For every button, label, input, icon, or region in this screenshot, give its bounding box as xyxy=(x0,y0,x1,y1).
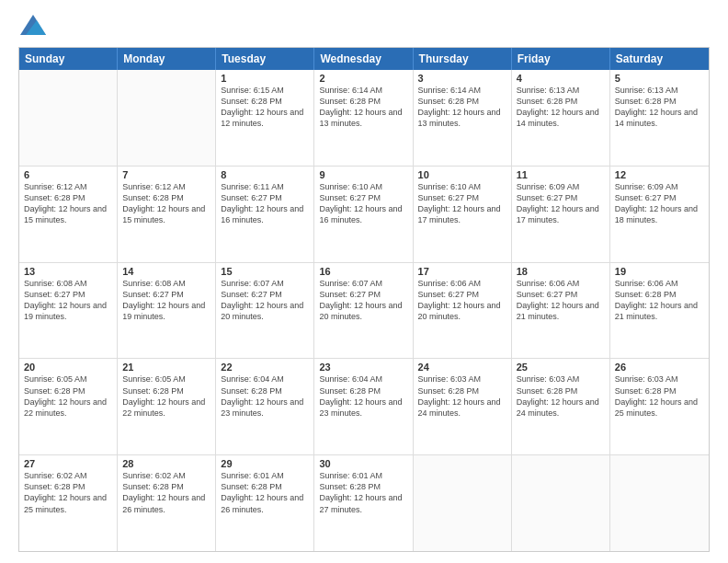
day-number: 19 xyxy=(615,266,704,277)
cal-header-sunday: Sunday xyxy=(19,48,118,70)
cal-cell: 3Sunrise: 6:14 AMSunset: 6:28 PMDaylight… xyxy=(414,70,512,166)
cal-cell: 22Sunrise: 6:04 AMSunset: 6:28 PMDayligh… xyxy=(216,359,314,454)
cal-cell: 21Sunrise: 6:05 AMSunset: 6:28 PMDayligh… xyxy=(118,359,216,454)
cal-cell: 4Sunrise: 6:13 AMSunset: 6:28 PMDaylight… xyxy=(512,70,610,166)
cell-info: Sunrise: 6:11 AMSunset: 6:27 PMDaylight:… xyxy=(221,181,309,226)
day-number: 24 xyxy=(418,362,506,373)
day-number: 2 xyxy=(319,73,407,84)
logo-icon xyxy=(20,15,46,35)
cal-cell: 26Sunrise: 6:03 AMSunset: 6:28 PMDayligh… xyxy=(610,359,709,454)
logo xyxy=(18,15,46,40)
cal-cell: 18Sunrise: 6:06 AMSunset: 6:27 PMDayligh… xyxy=(512,263,610,359)
cal-cell: 19Sunrise: 6:06 AMSunset: 6:28 PMDayligh… xyxy=(610,263,709,359)
day-number: 10 xyxy=(418,169,506,180)
cal-header-monday: Monday xyxy=(118,48,216,70)
cell-info: Sunrise: 6:10 AMSunset: 6:27 PMDaylight:… xyxy=(418,181,506,226)
cell-info: Sunrise: 6:06 AMSunset: 6:27 PMDaylight:… xyxy=(418,278,506,323)
cal-week-2: 6Sunrise: 6:12 AMSunset: 6:28 PMDaylight… xyxy=(19,167,709,263)
cal-week-3: 13Sunrise: 6:08 AMSunset: 6:27 PMDayligh… xyxy=(19,263,709,360)
day-number: 18 xyxy=(517,266,605,277)
cell-info: Sunrise: 6:05 AMSunset: 6:28 PMDaylight:… xyxy=(24,373,112,419)
day-number: 5 xyxy=(615,73,704,84)
page: SundayMondayTuesdayWednesdayThursdayFrid… xyxy=(0,0,728,563)
cell-info: Sunrise: 6:03 AMSunset: 6:28 PMDaylight:… xyxy=(418,373,506,419)
cell-info: Sunrise: 6:14 AMSunset: 6:28 PMDaylight:… xyxy=(418,85,506,130)
day-number: 20 xyxy=(24,362,112,373)
cell-info: Sunrise: 6:02 AMSunset: 6:28 PMDaylight:… xyxy=(122,470,210,515)
day-number: 12 xyxy=(615,169,704,180)
day-number: 27 xyxy=(24,458,112,469)
cell-info: Sunrise: 6:08 AMSunset: 6:27 PMDaylight:… xyxy=(122,278,210,323)
cell-info: Sunrise: 6:01 AMSunset: 6:28 PMDaylight:… xyxy=(319,470,407,515)
cell-info: Sunrise: 6:05 AMSunset: 6:28 PMDaylight:… xyxy=(122,373,210,419)
cell-info: Sunrise: 6:04 AMSunset: 6:28 PMDaylight:… xyxy=(221,373,309,419)
cal-week-4: 20Sunrise: 6:05 AMSunset: 6:28 PMDayligh… xyxy=(19,359,709,455)
day-number: 4 xyxy=(517,73,605,84)
cal-cell xyxy=(118,70,216,166)
day-number: 3 xyxy=(418,73,506,84)
day-number: 16 xyxy=(319,266,407,277)
cell-info: Sunrise: 6:12 AMSunset: 6:28 PMDaylight:… xyxy=(24,181,112,226)
day-number: 26 xyxy=(615,362,704,373)
cal-cell: 25Sunrise: 6:03 AMSunset: 6:28 PMDayligh… xyxy=(512,359,610,454)
cal-cell: 8Sunrise: 6:11 AMSunset: 6:27 PMDaylight… xyxy=(216,167,314,262)
cell-info: Sunrise: 6:09 AMSunset: 6:27 PMDaylight:… xyxy=(517,181,605,226)
day-number: 11 xyxy=(517,169,605,180)
cal-cell: 23Sunrise: 6:04 AMSunset: 6:28 PMDayligh… xyxy=(314,359,413,454)
day-number: 23 xyxy=(319,362,407,373)
cal-cell: 10Sunrise: 6:10 AMSunset: 6:27 PMDayligh… xyxy=(414,167,512,262)
day-number: 28 xyxy=(122,458,210,469)
cal-header-wednesday: Wednesday xyxy=(314,48,413,70)
cell-info: Sunrise: 6:13 AMSunset: 6:28 PMDaylight:… xyxy=(615,85,704,130)
cell-info: Sunrise: 6:15 AMSunset: 6:28 PMDaylight:… xyxy=(221,85,309,130)
day-number: 21 xyxy=(122,362,210,373)
cell-info: Sunrise: 6:01 AMSunset: 6:28 PMDaylight:… xyxy=(221,470,309,515)
calendar-body: 1Sunrise: 6:15 AMSunset: 6:28 PMDaylight… xyxy=(19,70,709,551)
cal-header-friday: Friday xyxy=(512,48,610,70)
cal-header-tuesday: Tuesday xyxy=(216,48,314,70)
calendar: SundayMondayTuesdayWednesdayThursdayFrid… xyxy=(18,47,710,552)
cell-info: Sunrise: 6:06 AMSunset: 6:27 PMDaylight:… xyxy=(517,278,605,323)
cell-info: Sunrise: 6:13 AMSunset: 6:28 PMDaylight:… xyxy=(517,85,605,130)
cal-cell: 28Sunrise: 6:02 AMSunset: 6:28 PMDayligh… xyxy=(118,455,216,551)
cal-cell xyxy=(610,455,709,551)
cal-cell: 17Sunrise: 6:06 AMSunset: 6:27 PMDayligh… xyxy=(414,263,512,359)
cal-cell: 24Sunrise: 6:03 AMSunset: 6:28 PMDayligh… xyxy=(414,359,512,454)
cal-week-5: 27Sunrise: 6:02 AMSunset: 6:28 PMDayligh… xyxy=(19,455,709,551)
cal-cell: 12Sunrise: 6:09 AMSunset: 6:27 PMDayligh… xyxy=(610,167,709,262)
calendar-header-row: SundayMondayTuesdayWednesdayThursdayFrid… xyxy=(19,48,709,70)
cal-cell: 13Sunrise: 6:08 AMSunset: 6:27 PMDayligh… xyxy=(19,263,118,359)
cal-cell: 7Sunrise: 6:12 AMSunset: 6:28 PMDaylight… xyxy=(118,167,216,262)
cal-cell: 2Sunrise: 6:14 AMSunset: 6:28 PMDaylight… xyxy=(314,70,413,166)
cal-week-1: 1Sunrise: 6:15 AMSunset: 6:28 PMDaylight… xyxy=(19,70,709,167)
cell-info: Sunrise: 6:08 AMSunset: 6:27 PMDaylight:… xyxy=(24,278,112,323)
day-number: 17 xyxy=(418,266,506,277)
cal-cell: 16Sunrise: 6:07 AMSunset: 6:27 PMDayligh… xyxy=(314,263,413,359)
day-number: 9 xyxy=(319,169,407,180)
cell-info: Sunrise: 6:04 AMSunset: 6:28 PMDaylight:… xyxy=(319,373,407,419)
cell-info: Sunrise: 6:09 AMSunset: 6:27 PMDaylight:… xyxy=(615,181,704,226)
cal-cell: 5Sunrise: 6:13 AMSunset: 6:28 PMDaylight… xyxy=(610,70,709,166)
cal-cell: 6Sunrise: 6:12 AMSunset: 6:28 PMDaylight… xyxy=(19,167,118,262)
cell-info: Sunrise: 6:02 AMSunset: 6:28 PMDaylight:… xyxy=(24,470,112,515)
cal-cell: 14Sunrise: 6:08 AMSunset: 6:27 PMDayligh… xyxy=(118,263,216,359)
day-number: 30 xyxy=(319,458,407,469)
cell-info: Sunrise: 6:12 AMSunset: 6:28 PMDaylight:… xyxy=(122,181,210,226)
day-number: 15 xyxy=(221,266,309,277)
cal-cell xyxy=(19,70,118,166)
day-number: 6 xyxy=(24,169,112,180)
cal-cell xyxy=(512,455,610,551)
cal-cell: 1Sunrise: 6:15 AMSunset: 6:28 PMDaylight… xyxy=(216,70,314,166)
day-number: 1 xyxy=(221,73,309,84)
cal-cell: 9Sunrise: 6:10 AMSunset: 6:27 PMDaylight… xyxy=(314,167,413,262)
cal-cell: 27Sunrise: 6:02 AMSunset: 6:28 PMDayligh… xyxy=(19,455,118,551)
day-number: 25 xyxy=(517,362,605,373)
cell-info: Sunrise: 6:07 AMSunset: 6:27 PMDaylight:… xyxy=(319,278,407,323)
day-number: 22 xyxy=(221,362,309,373)
cell-info: Sunrise: 6:03 AMSunset: 6:28 PMDaylight:… xyxy=(517,373,605,419)
header xyxy=(18,15,710,40)
cal-cell: 20Sunrise: 6:05 AMSunset: 6:28 PMDayligh… xyxy=(19,359,118,454)
day-number: 29 xyxy=(221,458,309,469)
cal-header-thursday: Thursday xyxy=(414,48,512,70)
cell-info: Sunrise: 6:06 AMSunset: 6:28 PMDaylight:… xyxy=(615,278,704,323)
